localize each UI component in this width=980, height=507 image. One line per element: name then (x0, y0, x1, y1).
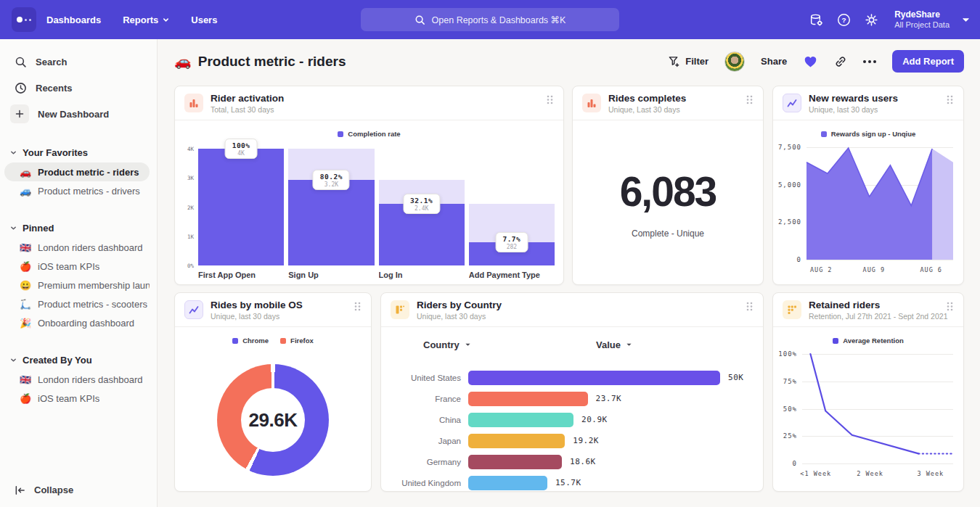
project-scope: All Project Data (894, 20, 950, 30)
nav-dashboards[interactable]: Dashboards (46, 15, 101, 25)
legend-swatch (232, 338, 238, 344)
copy-link-icon[interactable] (834, 55, 847, 68)
plus-icon (10, 104, 29, 123)
project-switcher[interactable]: RydeShare All Project Data (894, 9, 950, 30)
nav-reports-label: Reports (123, 15, 158, 25)
country-bar[interactable] (468, 455, 562, 469)
sidebar-item[interactable]: 🇬🇧London riders dashboard (4, 238, 150, 257)
dashboard-emoji-icon: 🛴 (20, 299, 33, 310)
sidebar-item[interactable]: 🍎iOS team KPIs (4, 389, 150, 408)
donut-ring[interactable]: 29.6K (217, 364, 329, 476)
nav-links: Dashboards Reports Users (46, 0, 217, 39)
country-bar[interactable] (468, 476, 547, 490)
nav-users[interactable]: Users (191, 15, 217, 25)
logo-dot (25, 19, 27, 21)
share-label: Share (761, 56, 787, 67)
sidebar-item-label: iOS team KPIs (38, 261, 99, 272)
funnel-bar[interactable] (288, 180, 374, 265)
bar-track: 19.2K (468, 434, 751, 448)
legend-label: Firefox (290, 337, 314, 345)
header-actions: Filter Share Add Report (668, 50, 964, 73)
dashboard-emoji-icon: 🇬🇧 (20, 374, 33, 385)
funnel-x-label: First App Open (198, 271, 284, 279)
sidebar-section-title: Your Favorites (23, 147, 88, 158)
chevron-down-icon[interactable] (962, 16, 970, 24)
share-button[interactable]: Share (761, 56, 787, 67)
filter-button[interactable]: Filter (668, 55, 709, 67)
country-bar[interactable] (468, 392, 588, 406)
sidebar-item-search[interactable]: Search (0, 51, 157, 73)
sidebar-item[interactable]: 🚗Product metric - riders (4, 162, 150, 181)
country-bar[interactable] (468, 434, 565, 448)
value-column-sort[interactable]: Value (596, 339, 632, 350)
funnel-tooltip-percent: 32.1% (410, 197, 433, 205)
funnel-plot-area: 4K3K2K1K0%100%4K80.2%3.2K32.1%2.4K7.7%28… (198, 149, 555, 265)
sidebar-collapse-button[interactable]: Collapse (15, 485, 73, 495)
table-row: France23.7K (391, 388, 751, 409)
sidebar-item[interactable]: 🛴Product metrics - scooters (4, 294, 150, 313)
more-options-icon[interactable] (863, 60, 876, 63)
sidebar-item[interactable]: 🚙Product metrics - drivers (4, 181, 150, 200)
page-title-text: Product metric - riders (198, 54, 346, 70)
sidebar-item[interactable]: 😀Premium membership launch (4, 276, 150, 294)
country-column-sort[interactable]: Country (423, 339, 471, 350)
funnel-tooltip-percent: 80.2% (320, 173, 343, 181)
funnel-tooltip: 7.7%282 (495, 232, 528, 252)
sidebar-item[interactable]: 🇬🇧London riders dashboard (4, 370, 150, 389)
drag-handle-icon[interactable] (746, 301, 754, 315)
drag-handle-icon[interactable] (746, 94, 754, 108)
funnel-bar[interactable] (198, 149, 284, 265)
sidebar-section-header[interactable]: Pinned (0, 218, 157, 238)
dashboard-emoji-icon: 🚙 (20, 186, 33, 197)
drag-handle-icon[interactable] (946, 94, 954, 108)
sidebar-section-header[interactable]: Your Favorites (0, 142, 157, 162)
card-title: Retained riders (809, 300, 939, 310)
legend-swatch (338, 131, 343, 137)
data-management-icon[interactable] (809, 12, 824, 28)
app-logo[interactable] (12, 7, 36, 32)
drag-handle-icon[interactable] (946, 301, 954, 315)
line-chart-icon (184, 300, 203, 319)
legend-label: Rewards sign up - Unqiue (831, 130, 916, 138)
metric-body: 6,083 Complete - Unique (573, 121, 763, 284)
table-row: United Kingdom15.7K (391, 472, 751, 493)
nav-right: ? RydeShare All Project Data (809, 0, 970, 39)
favorite-heart-icon[interactable] (803, 54, 818, 68)
sidebar-section-header[interactable]: Created By You (0, 350, 157, 370)
drag-handle-icon[interactable] (354, 301, 362, 315)
card-header: Riders by Country Unique, last 30 days (381, 293, 763, 327)
sidebar-item-new-dashboard[interactable]: New Dashboard (0, 103, 157, 125)
settings-gear-icon[interactable] (864, 12, 879, 28)
nav-users-label: Users (191, 15, 217, 25)
country-bar[interactable] (468, 413, 573, 427)
help-icon[interactable]: ? (836, 12, 852, 28)
avatar[interactable] (724, 51, 745, 72)
sidebar-section: Pinned🇬🇧London riders dashboard🍎iOS team… (0, 218, 157, 332)
drag-handle-icon[interactable] (546, 94, 554, 108)
sidebar-item-label: Premium membership launch (38, 280, 150, 291)
card-title: Rides by mobile OS (211, 300, 346, 310)
sidebar-item[interactable]: 🍎iOS team KPIs (4, 257, 150, 276)
card-title: Rider activation (211, 93, 539, 104)
funnel-column: 80.2%3.2K (288, 149, 374, 265)
car-emoji: 🚗 (174, 53, 192, 70)
sidebar-recents-label: Recents (36, 83, 73, 94)
y-axis-tick: 2,500 (778, 218, 801, 226)
country-bar[interactable] (468, 371, 720, 385)
search-placeholder: Open Reports & Dashboards ⌘K (432, 15, 566, 25)
sidebar-item[interactable]: 🎉Onboarding dashboard (4, 313, 150, 332)
global-search-input[interactable]: Open Reports & Dashboards ⌘K (361, 8, 619, 31)
retention-line-chart: Average Retention 100%75%50%25%0<1 Week2… (773, 328, 963, 491)
nav-reports[interactable]: Reports (123, 15, 169, 25)
legend-swatch (833, 338, 838, 344)
funnel-chart: Completion rate 4K3K2K1K0%100%4K80.2%3.2… (175, 121, 563, 284)
add-report-button[interactable]: Add Report (892, 50, 964, 73)
card-header: Rides by mobile OS Unique, last 30 days (175, 293, 371, 327)
legend-item: Chrome (232, 337, 269, 345)
country-value: 23.7K (596, 394, 622, 403)
x-axis-tick: AUG 9 (863, 266, 886, 273)
sidebar-section-title: Pinned (23, 223, 54, 234)
legend-swatch (821, 131, 827, 137)
sidebar-item-recents[interactable]: Recents (0, 77, 157, 99)
y-axis-tick: 0 (797, 256, 801, 263)
